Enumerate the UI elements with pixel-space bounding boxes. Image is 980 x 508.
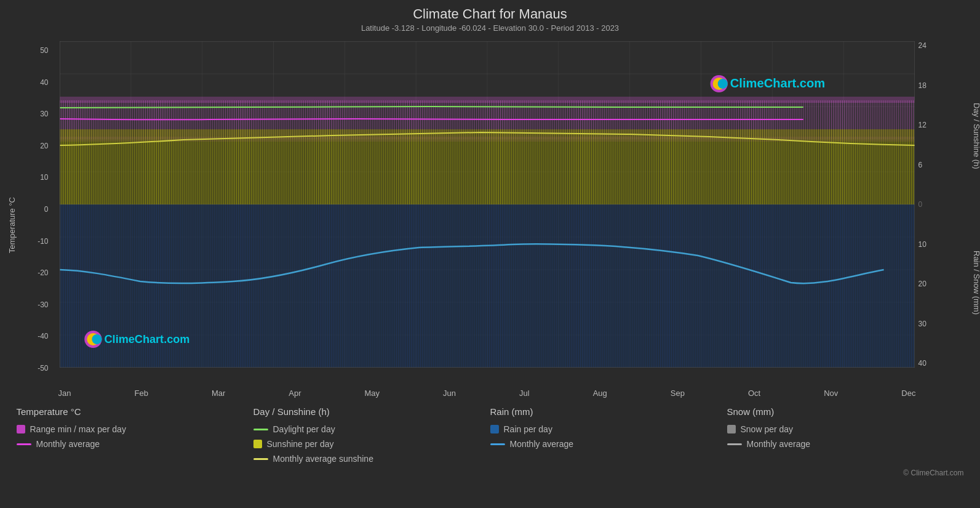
svg-point-34 [717, 79, 727, 89]
legend-col-temperature: Temperature °C Range min / max per day M… [17, 406, 253, 477]
legend-col-snow: Snow (mm) Snow per day Monthly average ©… [727, 406, 964, 477]
y-axis-left: 50 40 30 20 10 0 -10 -20 -30 -40 -50 [17, 41, 60, 368]
chart-area: 50 40 30 20 10 0 -10 -20 -30 -40 -50 [17, 36, 964, 387]
y-tick-right-0a: 0 [918, 200, 923, 209]
y-tick-right-24: 24 [918, 41, 926, 50]
temp-range-swatch [17, 425, 25, 433]
y-tick-right-40: 40 [918, 359, 926, 368]
y-tick-n20: -20 [38, 268, 48, 277]
legend-label-sunshine-monthly: Monthly average sunshine [273, 454, 373, 464]
legend-item-sunshine-rect: Sunshine per day [253, 439, 490, 449]
sunshine-rect-swatch [253, 440, 262, 448]
y-tick-0: 0 [44, 205, 49, 214]
legend-item-temp-range: Range min / max per day [17, 424, 253, 434]
legend-item-rain-rect: Rain per day [490, 424, 727, 434]
right-axis-label-rain: Rain / Snow (mm) [972, 251, 981, 315]
rain-monthly-swatch [490, 443, 505, 445]
y-tick-n10: -10 [38, 237, 48, 246]
legend-label-sunshine-rect: Sunshine per day [267, 439, 334, 449]
y-tick-right-30: 30 [918, 320, 926, 328]
legend-item-snow-monthly: Monthly average [727, 439, 964, 449]
svg-point-38 [92, 334, 102, 344]
legend-title-temp: Temperature °C [17, 406, 253, 417]
legend-label-daylight: Daylight per day [273, 424, 335, 434]
svg-rect-27 [60, 97, 915, 103]
copyright-text: © ClimeChart.com [727, 469, 964, 477]
legend-item-daylight: Daylight per day [253, 424, 490, 434]
x-tick-aug: Aug [593, 389, 607, 398]
x-axis-months: Jan Feb Mar Apr May Jun Jul Aug Sep Oct … [52, 389, 922, 398]
svg-text:ClimeChart.com: ClimeChart.com [730, 76, 824, 90]
legend-item-sunshine-monthly: Monthly average sunshine [253, 454, 490, 464]
legend-label-rain-monthly: Monthly average [510, 439, 574, 449]
x-tick-feb: Feb [134, 389, 148, 398]
legend-area: Temperature °C Range min / max per day M… [17, 406, 964, 477]
x-tick-oct: Oct [748, 389, 760, 398]
x-tick-nov: Nov [824, 389, 838, 398]
y-tick-n50: -50 [38, 364, 48, 373]
legend-label-temp-monthly: Monthly average [36, 439, 100, 449]
y-tick-40: 40 [40, 78, 48, 87]
right-axis-label-sunshine: Day / Sunshine (h) [972, 103, 981, 169]
rain-rect-swatch [490, 425, 499, 433]
y-tick-right-6: 6 [918, 161, 923, 169]
y-tick-right-12: 12 [918, 121, 926, 129]
chart-title: Climate Chart for Manaus [413, 6, 567, 22]
y-tick-right-10: 10 [918, 240, 926, 249]
legend-label-rain-rect: Rain per day [504, 424, 552, 434]
legend-label-temp-range: Range min / max per day [30, 424, 126, 434]
x-tick-may: May [365, 389, 380, 398]
y-tick-10: 10 [40, 173, 48, 182]
snow-rect-swatch [727, 425, 736, 433]
x-tick-sep: Sep [671, 389, 685, 398]
y-axis-left-ticks: 50 40 30 20 10 0 -10 -20 -30 -40 -50 [17, 46, 52, 373]
y-tick-50: 50 [40, 46, 48, 55]
temp-monthly-swatch [17, 443, 31, 445]
sunshine-monthly-swatch [253, 458, 268, 460]
legend-title-sunshine: Day / Sunshine (h) [253, 406, 490, 417]
snow-monthly-swatch [727, 443, 742, 445]
x-tick-jun: Jun [443, 389, 456, 398]
legend-item-temp-monthly: Monthly average [17, 439, 253, 449]
page-wrapper: Climate Chart for Manaus Latitude -3.128… [0, 0, 980, 508]
left-axis-label-temp: Temperature °C [7, 197, 17, 253]
x-tick-jul: Jul [519, 389, 530, 398]
svg-text:ClimeChart.com: ClimeChart.com [104, 333, 189, 345]
chart-subtitle: Latitude -3.128 - Longitude -60.024 - El… [361, 23, 619, 33]
legend-col-rain: Rain (mm) Rain per day Monthly average [490, 406, 727, 477]
legend-item-snow-rect: Snow per day [727, 424, 964, 434]
y-tick-n40: -40 [38, 332, 48, 341]
y-tick-right-20: 20 [918, 280, 926, 288]
x-tick-apr: Apr [289, 389, 301, 398]
y-tick-right-18: 18 [918, 81, 926, 90]
legend-item-rain-monthly: Monthly average [490, 439, 727, 449]
legend-col-sunshine: Day / Sunshine (h) Daylight per day Suns… [253, 406, 490, 477]
daylight-swatch [253, 429, 268, 430]
chart-svg: ClimeChart.com ClimeChart.com [60, 41, 915, 368]
y-tick-n30: -30 [38, 300, 48, 309]
legend-title-rain: Rain (mm) [490, 406, 727, 417]
x-tick-mar: Mar [212, 389, 225, 398]
x-axis: Jan Feb Mar Apr May Jun Jul Aug Sep Oct … [17, 389, 964, 398]
x-tick-dec: Dec [901, 389, 915, 398]
legend-title-snow: Snow (mm) [727, 406, 964, 417]
legend-label-snow-rect: Snow per day [741, 424, 794, 434]
x-tick-jan: Jan [58, 389, 71, 398]
legend-label-snow-monthly: Monthly average [747, 439, 811, 449]
y-axis-right: 24 18 12 6 0 10 20 30 40 Day / Sunshine … [915, 41, 964, 368]
chart-plot: ClimeChart.com ClimeChart.com [60, 41, 915, 368]
y-tick-30: 30 [40, 110, 48, 118]
y-tick-20: 20 [40, 142, 48, 150]
